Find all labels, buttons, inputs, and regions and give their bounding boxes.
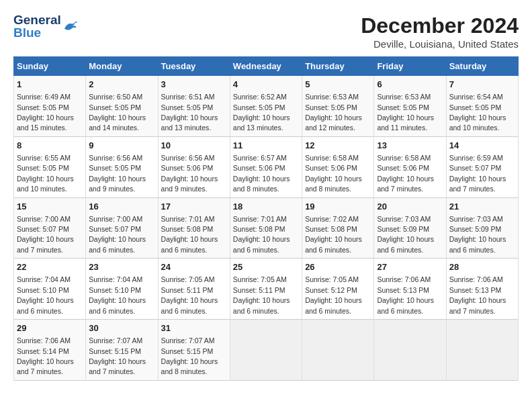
calendar-cell: 27Sunrise: 7:06 AM Sunset: 5:13 PM Dayli…: [374, 259, 446, 320]
calendar-cell: 29Sunrise: 7:06 AM Sunset: 5:14 PM Dayli…: [14, 320, 86, 381]
day-number: 31: [161, 322, 227, 334]
day-number: 1: [17, 79, 83, 91]
day-number: 10: [161, 140, 227, 152]
calendar-cell: 20Sunrise: 7:03 AM Sunset: 5:09 PM Dayli…: [374, 197, 446, 259]
location: Deville, Louisiana, United States: [361, 38, 519, 50]
day-info: Sunrise: 7:00 AM Sunset: 5:07 PM Dayligh…: [89, 215, 146, 254]
day-info: Sunrise: 6:58 AM Sunset: 5:06 PM Dayligh…: [377, 154, 434, 193]
day-info: Sunrise: 7:06 AM Sunset: 5:14 PM Dayligh…: [17, 336, 74, 375]
header-day-wednesday: Wednesday: [230, 57, 302, 76]
calendar-cell: 25Sunrise: 7:05 AM Sunset: 5:11 PM Dayli…: [230, 259, 302, 320]
day-number: 14: [449, 140, 515, 152]
calendar-week-row: 29Sunrise: 7:06 AM Sunset: 5:14 PM Dayli…: [14, 320, 519, 381]
calendar-week-row: 1Sunrise: 6:49 AM Sunset: 5:05 PM Daylig…: [14, 76, 519, 137]
calendar-cell: [302, 320, 374, 381]
header-day-friday: Friday: [374, 57, 446, 76]
day-number: 13: [377, 140, 443, 152]
calendar-cell: 12Sunrise: 6:58 AM Sunset: 5:06 PM Dayli…: [302, 136, 374, 197]
day-info: Sunrise: 6:51 AM Sunset: 5:05 PM Dayligh…: [161, 93, 218, 132]
header-day-saturday: Saturday: [446, 57, 518, 76]
calendar-cell: 1Sunrise: 6:49 AM Sunset: 5:05 PM Daylig…: [14, 76, 86, 137]
calendar-cell: 17Sunrise: 7:01 AM Sunset: 5:08 PM Dayli…: [158, 197, 230, 259]
header-day-tuesday: Tuesday: [158, 57, 230, 76]
day-number: 27: [377, 261, 443, 273]
day-info: Sunrise: 7:01 AM Sunset: 5:08 PM Dayligh…: [233, 215, 290, 254]
page-header: General Blue December 2024 Deville, Loui…: [13, 13, 519, 50]
day-number: 30: [89, 322, 154, 334]
calendar-cell: 24Sunrise: 7:05 AM Sunset: 5:11 PM Dayli…: [158, 259, 230, 320]
day-info: Sunrise: 7:07 AM Sunset: 5:15 PM Dayligh…: [89, 336, 146, 375]
day-info: Sunrise: 6:57 AM Sunset: 5:06 PM Dayligh…: [233, 154, 290, 193]
logo-general: General: [13, 13, 61, 26]
calendar-cell: [446, 320, 518, 381]
day-info: Sunrise: 7:06 AM Sunset: 5:13 PM Dayligh…: [377, 275, 434, 314]
day-info: Sunrise: 7:05 AM Sunset: 5:11 PM Dayligh…: [233, 275, 290, 314]
day-number: 12: [305, 140, 371, 152]
day-info: Sunrise: 7:04 AM Sunset: 5:10 PM Dayligh…: [17, 275, 74, 314]
day-info: Sunrise: 6:56 AM Sunset: 5:06 PM Dayligh…: [161, 154, 218, 193]
calendar-cell: 4Sunrise: 6:52 AM Sunset: 5:05 PM Daylig…: [230, 76, 302, 137]
day-number: 24: [161, 261, 227, 273]
calendar-cell: 13Sunrise: 6:58 AM Sunset: 5:06 PM Dayli…: [374, 136, 446, 197]
day-number: 19: [305, 201, 371, 213]
title-section: December 2024 Deville, Louisiana, United…: [361, 13, 519, 50]
calendar-header: SundayMondayTuesdayWednesdayThursdayFrid…: [14, 57, 519, 76]
day-info: Sunrise: 6:52 AM Sunset: 5:05 PM Dayligh…: [233, 93, 290, 132]
calendar-cell: 9Sunrise: 6:56 AM Sunset: 5:05 PM Daylig…: [86, 136, 158, 197]
day-number: 15: [17, 201, 83, 213]
calendar-cell: 30Sunrise: 7:07 AM Sunset: 5:15 PM Dayli…: [86, 320, 158, 381]
day-info: Sunrise: 6:54 AM Sunset: 5:05 PM Dayligh…: [449, 93, 506, 132]
day-number: 5: [305, 79, 371, 91]
day-number: 8: [17, 140, 83, 152]
calendar-cell: 8Sunrise: 6:55 AM Sunset: 5:05 PM Daylig…: [14, 136, 86, 197]
day-number: 16: [89, 201, 154, 213]
calendar-week-row: 15Sunrise: 7:00 AM Sunset: 5:07 PM Dayli…: [14, 197, 519, 259]
calendar-cell: 5Sunrise: 6:53 AM Sunset: 5:05 PM Daylig…: [302, 76, 374, 137]
day-info: Sunrise: 7:05 AM Sunset: 5:12 PM Dayligh…: [305, 275, 362, 314]
calendar-cell: 31Sunrise: 7:07 AM Sunset: 5:15 PM Dayli…: [158, 320, 230, 381]
day-number: 9: [89, 140, 154, 152]
day-info: Sunrise: 6:55 AM Sunset: 5:05 PM Dayligh…: [17, 154, 74, 193]
day-info: Sunrise: 6:58 AM Sunset: 5:06 PM Dayligh…: [305, 154, 362, 193]
day-number: 17: [161, 201, 227, 213]
calendar-week-row: 8Sunrise: 6:55 AM Sunset: 5:05 PM Daylig…: [14, 136, 519, 197]
day-info: Sunrise: 7:03 AM Sunset: 5:09 PM Dayligh…: [449, 215, 506, 254]
header-row: SundayMondayTuesdayWednesdayThursdayFrid…: [14, 57, 519, 76]
calendar-cell: 19Sunrise: 7:02 AM Sunset: 5:08 PM Dayli…: [302, 197, 374, 259]
calendar-cell: [374, 320, 446, 381]
calendar-cell: 16Sunrise: 7:00 AM Sunset: 5:07 PM Dayli…: [86, 197, 158, 259]
logo-bird-icon: [62, 19, 77, 34]
day-number: 21: [449, 201, 515, 213]
day-info: Sunrise: 6:59 AM Sunset: 5:07 PM Dayligh…: [449, 154, 506, 193]
day-info: Sunrise: 7:03 AM Sunset: 5:09 PM Dayligh…: [377, 215, 434, 254]
calendar-cell: 3Sunrise: 6:51 AM Sunset: 5:05 PM Daylig…: [158, 76, 230, 137]
day-info: Sunrise: 6:53 AM Sunset: 5:05 PM Dayligh…: [377, 93, 434, 132]
calendar-cell: 18Sunrise: 7:01 AM Sunset: 5:08 PM Dayli…: [230, 197, 302, 259]
day-info: Sunrise: 6:50 AM Sunset: 5:05 PM Dayligh…: [89, 93, 146, 132]
calendar-cell: 28Sunrise: 7:06 AM Sunset: 5:13 PM Dayli…: [446, 259, 518, 320]
day-info: Sunrise: 7:07 AM Sunset: 5:15 PM Dayligh…: [161, 336, 218, 375]
day-number: 2: [89, 79, 154, 91]
calendar-cell: 11Sunrise: 6:57 AM Sunset: 5:06 PM Dayli…: [230, 136, 302, 197]
calendar-cell: 6Sunrise: 6:53 AM Sunset: 5:05 PM Daylig…: [374, 76, 446, 137]
calendar-cell: 26Sunrise: 7:05 AM Sunset: 5:12 PM Dayli…: [302, 259, 374, 320]
calendar-cell: 21Sunrise: 7:03 AM Sunset: 5:09 PM Dayli…: [446, 197, 518, 259]
calendar-cell: 7Sunrise: 6:54 AM Sunset: 5:05 PM Daylig…: [446, 76, 518, 137]
day-number: 18: [233, 201, 299, 213]
day-number: 22: [17, 261, 83, 273]
calendar-week-row: 22Sunrise: 7:04 AM Sunset: 5:10 PM Dayli…: [14, 259, 519, 320]
day-info: Sunrise: 7:04 AM Sunset: 5:10 PM Dayligh…: [89, 275, 146, 314]
header-day-sunday: Sunday: [14, 57, 86, 76]
logo: General Blue: [13, 13, 77, 39]
day-info: Sunrise: 7:02 AM Sunset: 5:08 PM Dayligh…: [305, 215, 362, 254]
day-number: 3: [161, 79, 227, 91]
calendar-cell: 15Sunrise: 7:00 AM Sunset: 5:07 PM Dayli…: [14, 197, 86, 259]
calendar-table: SundayMondayTuesdayWednesdayThursdayFrid…: [13, 56, 519, 381]
calendar-cell: 23Sunrise: 7:04 AM Sunset: 5:10 PM Dayli…: [86, 259, 158, 320]
calendar-cell: 22Sunrise: 7:04 AM Sunset: 5:10 PM Dayli…: [14, 259, 86, 320]
day-info: Sunrise: 6:56 AM Sunset: 5:05 PM Dayligh…: [89, 154, 146, 193]
calendar-cell: 14Sunrise: 6:59 AM Sunset: 5:07 PM Dayli…: [446, 136, 518, 197]
day-number: 11: [233, 140, 299, 152]
day-number: 23: [89, 261, 154, 273]
header-day-monday: Monday: [86, 57, 158, 76]
